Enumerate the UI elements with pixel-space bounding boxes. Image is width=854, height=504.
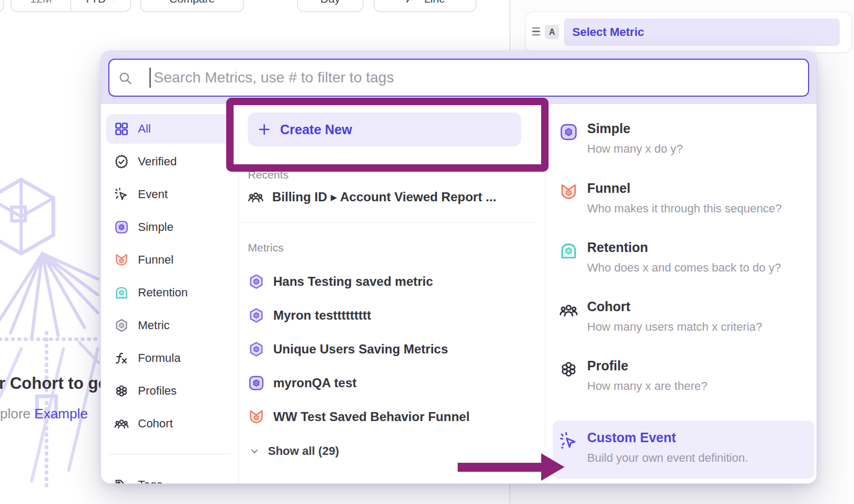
metric-type-title: Retention <box>587 240 648 255</box>
screen: 12M YTD Compare Day Line r Cohort to ge … <box>0 0 854 504</box>
query-builder-card: A Select Metric <box>525 12 852 53</box>
example-link[interactable]: Example <box>34 406 88 422</box>
date-range-segmented-control: 12M YTD <box>11 0 131 12</box>
metric-type-description: How many users match x criteria? <box>587 320 762 334</box>
day-label: Day <box>320 0 340 5</box>
toolbar-button-cut[interactable] <box>0 0 4 12</box>
compare-button[interactable]: Compare <box>140 0 244 12</box>
range-12m-button[interactable]: 12M <box>12 0 70 11</box>
line-chart-icon <box>405 0 419 6</box>
cohort-icon <box>559 301 578 320</box>
simple-metric-icon <box>559 123 578 142</box>
metric-type-title: Funnel <box>587 181 630 196</box>
range-ytd-label: YTD <box>84 0 106 5</box>
metric-type-title: Simple <box>587 121 630 136</box>
metric-type-profile[interactable]: ProfileHow many x are there? <box>553 358 814 409</box>
annotation-arrow-shaft <box>458 463 541 472</box>
metric-type-description: Who makes it through this sequence? <box>587 202 782 216</box>
line-label: Line <box>424 0 445 5</box>
explore-prefix: plore <box>0 406 34 422</box>
range-12m-label: 12M <box>30 0 52 5</box>
profiles-icon <box>559 360 578 379</box>
canvas-headline: r Cohort to ge <box>0 374 107 393</box>
select-metric-field[interactable]: Select Metric <box>564 18 840 46</box>
funnel-icon <box>559 182 578 201</box>
annotation-rectangle <box>226 98 549 172</box>
compare-label: Compare <box>169 0 215 5</box>
metric-type-description: How many x do y? <box>587 142 683 156</box>
line-chart-type-button[interactable]: Line <box>374 0 477 12</box>
metric-type-description: Build your own event definition. <box>587 451 748 465</box>
metric-type-funnel[interactable]: FunnelWho makes it through this sequence… <box>553 181 814 231</box>
metric-type-cohort[interactable]: CohortHow many users match x criteria? <box>553 299 814 350</box>
background-wireframe-illustration <box>0 174 100 502</box>
drag-handle-icon[interactable] <box>532 27 540 37</box>
metric-type-title: Profile <box>587 358 628 374</box>
metric-type-description: How many x are there? <box>587 379 707 393</box>
metric-type-description: Who does x and comes back to do y? <box>587 261 781 275</box>
custom-event-icon <box>559 432 578 451</box>
metric-type-title: Cohort <box>587 299 630 314</box>
caret-down-icon <box>110 0 118 3</box>
canvas-explore-line: plore Example <box>0 406 88 422</box>
metric-type-title: Custom Event <box>587 430 676 445</box>
select-metric-label: Select Metric <box>572 25 644 39</box>
metric-type-simple[interactable]: SimpleHow many x do y? <box>553 121 814 172</box>
day-granularity-button[interactable]: Day <box>297 0 364 12</box>
metric-type-custom-event[interactable]: Custom EventBuild your own event definit… <box>553 421 814 479</box>
retention-icon <box>559 241 578 260</box>
metric-type-retention[interactable]: RetentionWho does x and comes back to do… <box>553 240 814 291</box>
query-row-badge: A <box>545 25 559 39</box>
range-ytd-button[interactable]: YTD <box>71 0 130 11</box>
annotation-arrow-head <box>541 453 564 481</box>
